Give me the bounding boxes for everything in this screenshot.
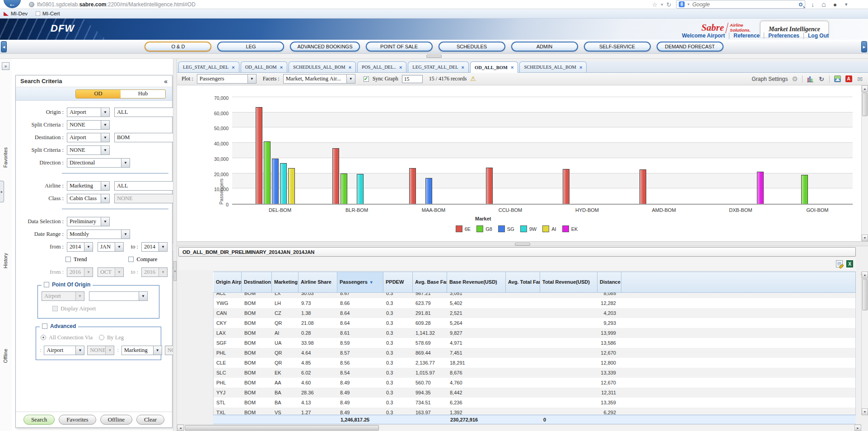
destination-split-select[interactable]: NONE▼	[67, 145, 110, 155]
col-header[interactable]: Airline Share	[299, 272, 337, 293]
sync-graph-checkbox[interactable]	[364, 76, 369, 82]
search-icon[interactable]	[799, 3, 803, 6]
class-type-select[interactable]: Cabin Class▼	[67, 194, 110, 203]
doc-tab[interactable]: LEG_STAT_ALL_DEL×	[408, 61, 469, 72]
logout-link[interactable]: Log Out	[804, 33, 829, 39]
table-row[interactable]: CLEBOMQR4.858.560.32,136.7718,29112,800	[214, 358, 856, 368]
table-row[interactable]: YYJBOMBA28.368.490.3994.358,44212,311	[214, 388, 856, 398]
bar-EK-DXB-BOM[interactable]	[757, 172, 764, 204]
table-row[interactable]: PHLBOMQR4.648.570.3869.447,45112,670	[214, 348, 856, 358]
rail-expand-button[interactable]: »	[2, 62, 9, 70]
legend-item-AI[interactable]: AI	[542, 225, 556, 232]
col-header-sorted[interactable]: Passengers▼	[337, 272, 383, 293]
table-row[interactable]: STLBOMBA4.138.490.3734.516,23613,359	[214, 398, 856, 408]
table-scrollbar[interactable]: ▲ ▼	[861, 272, 868, 415]
scroll-right-icon[interactable]: ►	[854, 425, 861, 431]
doc-tab[interactable]: SCHEDULES_ALL_BOM×	[289, 61, 356, 72]
search-engine-dropdown-icon[interactable]: ▼	[687, 3, 690, 6]
bar-6E-CCU-BOM[interactable]	[486, 168, 493, 204]
favorites-button[interactable]: Favorites	[59, 415, 96, 425]
rail-tab-offline[interactable]: Offline	[3, 349, 8, 363]
bar-6E-MAA-BOM[interactable]	[409, 168, 416, 204]
nav-tab-admin[interactable]: ADMIN	[511, 42, 578, 52]
close-tab-icon[interactable]: ×	[349, 65, 351, 70]
col-header[interactable]: Avg. Total Fare(USD)	[506, 272, 540, 293]
warning-icon[interactable]: ⚠	[470, 75, 476, 83]
scrollbar-thumb[interactable]	[185, 425, 379, 431]
table-row[interactable]: SLCBOMEK6.028.540.31,015.978,67613,339	[214, 368, 856, 378]
point-of-origin-checkbox[interactable]	[44, 282, 49, 287]
offline-button[interactable]: Offline	[100, 415, 132, 425]
scroll-down-icon[interactable]: ▼	[862, 408, 868, 415]
doc-tab-active[interactable]: OD_ALL_BOM×	[470, 61, 518, 73]
scroll-left-icon[interactable]: ◄	[177, 425, 184, 431]
data-selection-select[interactable]: Preliminary▼	[67, 217, 110, 226]
doc-tab[interactable]: POS_ALL_DEL..×	[357, 61, 406, 72]
tab-hub[interactable]: Hub	[121, 90, 165, 98]
nav-tab-self-service[interactable]: SELF-SERVICE	[584, 42, 651, 52]
scrollbar-thumb[interactable]	[862, 279, 868, 310]
col-header[interactable]: Total Revenue(USD)	[540, 272, 597, 293]
table-row[interactable]: CKYBOMQR21.088.640.3609.285,2649,293	[214, 318, 856, 328]
bar-9W-BLR-BOM[interactable]	[357, 174, 364, 204]
nav-tab-demand-forecast[interactable]: DEMAND FORECAST	[657, 42, 723, 52]
export-image-icon[interactable]	[834, 75, 841, 82]
origin-split-select[interactable]: NONE▼	[67, 120, 110, 130]
preferences-link[interactable]: Preferences	[764, 33, 804, 39]
table-row[interactable]: SGFBOMUA33.988.590.3578.694,97113,586	[214, 338, 856, 348]
col-header[interactable]: Destination Airport	[242, 272, 272, 293]
close-tab-icon[interactable]: ×	[579, 65, 582, 70]
bookmark-item[interactable]: MI-Dev	[4, 11, 28, 16]
col-header[interactable]: Origin Airport	[214, 272, 242, 293]
nav-tab-leg[interactable]: LEG	[217, 42, 284, 52]
rail-tab-history[interactable]: History	[3, 253, 8, 268]
destination-type-select[interactable]: Airport▼	[67, 133, 110, 142]
date-range-select[interactable]: Monthly▼	[67, 230, 130, 239]
bar-G8-BLR-BOM[interactable]	[341, 173, 347, 204]
from-month-select[interactable]: JAN▼	[98, 242, 124, 252]
table-row[interactable]: YWGBOMLH9.738.660.3623.795,40212,282	[214, 298, 856, 308]
back-button[interactable]: ←	[4, 0, 21, 8]
facets-select[interactable]: Market, Marketing Air...▼	[283, 74, 355, 84]
reference-link[interactable]: Reference	[729, 33, 764, 39]
col-header[interactable]: PPDEW	[383, 272, 413, 293]
table-row[interactable]: ACLBOMLX30.038.670.3567.213,0518,085	[214, 293, 856, 298]
rail-tab-favorites[interactable]: Favorites	[3, 147, 8, 168]
dropdown-icon[interactable]: ▼	[660, 3, 664, 7]
clear-button[interactable]: Clear	[136, 415, 164, 425]
home-icon[interactable]: ⌂	[821, 0, 826, 9]
trend-checkbox[interactable]	[65, 257, 71, 262]
close-tab-icon[interactable]: ×	[462, 65, 464, 70]
horizontal-scrollbar[interactable]: ◄ ►	[177, 424, 861, 431]
table-row[interactable]: CANBOMCZ1.388.640.3291.812,5214,203	[214, 308, 856, 318]
bookmark-star-icon[interactable]: ☆	[652, 1, 658, 8]
nav-tab-od[interactable]: O & D	[145, 42, 211, 52]
table-row[interactable]: LAXBOMAI0.288.610.31,141.329,82713,999	[214, 328, 856, 338]
email-report-icon[interactable]: ✉	[856, 75, 863, 83]
bar-G8-DEL-BOM[interactable]	[264, 141, 271, 204]
close-tab-icon[interactable]: ×	[399, 65, 402, 70]
nav-scroll-left-button[interactable]: ◄	[1, 41, 7, 52]
browser-search-input[interactable]	[692, 1, 797, 8]
welcome-link[interactable]: Welcome Airport	[678, 33, 729, 39]
to-year-select[interactable]: 2014▼	[141, 242, 168, 252]
col-header[interactable]: Base Revenue(USD)	[447, 272, 506, 293]
from-year-select[interactable]: 2014▼	[67, 242, 93, 252]
browser-search-box[interactable]: 8 ▼	[676, 0, 805, 9]
bar-G8-GOI-BOM[interactable]	[801, 175, 808, 204]
bookmark-item[interactable]: MI-Cert	[36, 11, 60, 16]
reload-icon[interactable]: ↻	[667, 1, 672, 8]
col-header[interactable]: Distance (km)	[597, 272, 621, 293]
refresh-graph-icon[interactable]: ↻	[818, 75, 825, 83]
rail-collapse-handle[interactable]: ►	[0, 181, 4, 202]
search-engine-icon[interactable]: 8	[679, 1, 685, 7]
close-tab-icon[interactable]: ×	[232, 65, 234, 70]
downloads-icon[interactable]: ↓	[811, 1, 814, 8]
airline-type-select[interactable]: Marketing▼	[67, 181, 110, 191]
col-header[interactable]: Marketing Airline	[272, 272, 299, 293]
address-bar[interactable]: lfx0801.sgdcelab.sabre.com:2200/mi/Marke…	[26, 0, 651, 9]
chart-scrollbar[interactable]: ▲ ▼	[861, 85, 868, 241]
close-tab-icon[interactable]: ×	[511, 65, 513, 70]
search-button[interactable]: Search	[23, 415, 55, 425]
bar-SG-MAA-BOM[interactable]	[425, 178, 432, 204]
